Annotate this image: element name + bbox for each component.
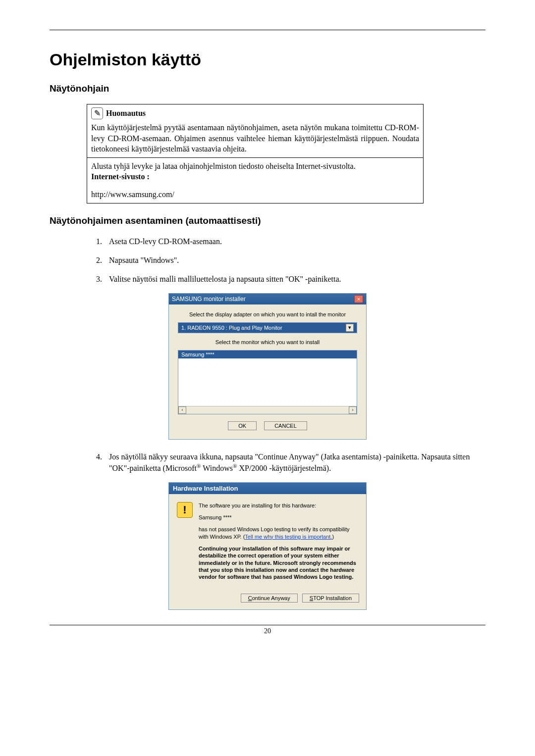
monitor-item[interactable]: Samsung **** bbox=[178, 351, 357, 358]
internet-site-label: Internet-sivusto : bbox=[91, 171, 419, 182]
continue-rest: ontinue Anyway bbox=[252, 595, 290, 601]
top-rule bbox=[50, 30, 485, 30]
hw-warning-text: Continuing your installation of this sof… bbox=[199, 545, 358, 580]
internet-url: http://www.samsung.com/ bbox=[91, 189, 419, 200]
note-prep: Alusta tyhjä levyke ja lataa ohjainohjel… bbox=[91, 161, 419, 172]
reg-mark-1: ® bbox=[197, 463, 201, 469]
step-4-text-c: XP/2000 -käyttöjärjestelmä). bbox=[237, 464, 331, 472]
hw-line3-b: ) bbox=[332, 534, 334, 540]
installer-dialog: SAMSUNG monitor installer × Select the d… bbox=[168, 293, 367, 440]
figure-installer: SAMSUNG monitor installer × Select the d… bbox=[50, 293, 485, 440]
steps-list-cont: Jos näytöllä näkyy seuraava ikkuna, naps… bbox=[104, 452, 485, 474]
installer-label-adapter: Select the display adapter on which you … bbox=[178, 311, 357, 317]
hw-line3: has not passed Windows Logo testing to v… bbox=[199, 526, 358, 540]
step-1: Aseta CD-levy CD-ROM-asemaan. bbox=[104, 236, 485, 247]
installer-titlebar: SAMSUNG monitor installer × bbox=[169, 294, 366, 304]
stop-rest: TOP Installation bbox=[313, 595, 352, 601]
adapter-selected: 1. RADEON 9550 : Plug and Play Monitor bbox=[181, 325, 282, 331]
page-title: Ohjelmiston käyttö bbox=[50, 50, 485, 69]
continue-anyway-button[interactable]: Continue Anyway bbox=[241, 594, 298, 603]
installer-label-monitor: Select the monitor which you want to ins… bbox=[178, 339, 357, 345]
chevron-down-icon[interactable]: ▾ bbox=[346, 324, 354, 332]
page-number: 20 bbox=[50, 625, 485, 635]
monitor-listbox[interactable]: Samsung **** ‹ › bbox=[178, 350, 357, 414]
adapter-select[interactable]: 1. RADEON 9550 : Plug and Play Monitor ▾ bbox=[178, 322, 357, 333]
hw-link[interactable]: Tell me why this testing is important. bbox=[245, 534, 332, 540]
step-2: Napsauta "Windows". bbox=[104, 255, 485, 266]
section-heading-driver: Näytönohjain bbox=[50, 83, 485, 94]
close-icon[interactable]: × bbox=[354, 295, 363, 303]
note-label: Huomautus bbox=[106, 108, 146, 119]
figure-hardware-install: Hardware Installation ! The software you… bbox=[50, 482, 485, 610]
hardware-dialog: Hardware Installation ! The software you… bbox=[168, 482, 367, 610]
step-4-text-b: Windows bbox=[201, 464, 233, 472]
steps-list: Aseta CD-levy CD-ROM-asemaan. Napsauta "… bbox=[104, 236, 485, 285]
note-box: ✎ Huomautus Kun käyttöjärjestelmä pyytää… bbox=[87, 104, 424, 203]
cancel-button[interactable]: CANCEL bbox=[264, 421, 307, 430]
hw-line2: Samsung **** bbox=[199, 514, 358, 521]
stop-installation-button[interactable]: STOP Installation bbox=[302, 594, 359, 603]
horizontal-scrollbar[interactable]: ‹ › bbox=[178, 406, 357, 414]
hw-line1: The software you are installing for this… bbox=[199, 502, 358, 509]
hardware-title: Hardware Installation bbox=[169, 483, 366, 494]
note-body: Kun käyttöjärjestelmä pyytää asentamaan … bbox=[91, 122, 419, 154]
step-3: Valitse näyttösi malli malliluettelosta … bbox=[104, 274, 485, 285]
step-4: Jos näytöllä näkyy seuraava ikkuna, naps… bbox=[104, 452, 485, 474]
continue-underline: C bbox=[248, 595, 252, 601]
warning-icon: ! bbox=[177, 502, 193, 518]
note-icon: ✎ bbox=[91, 107, 103, 119]
note-header: ✎ Huomautus bbox=[91, 107, 419, 119]
section-heading-install: Näytönohjaimen asentaminen (automaattise… bbox=[50, 215, 485, 226]
installer-title: SAMSUNG monitor installer bbox=[172, 296, 246, 302]
scroll-right-icon[interactable]: › bbox=[349, 406, 357, 414]
scroll-left-icon[interactable]: ‹ bbox=[178, 406, 186, 414]
ok-button[interactable]: OK bbox=[228, 421, 257, 430]
